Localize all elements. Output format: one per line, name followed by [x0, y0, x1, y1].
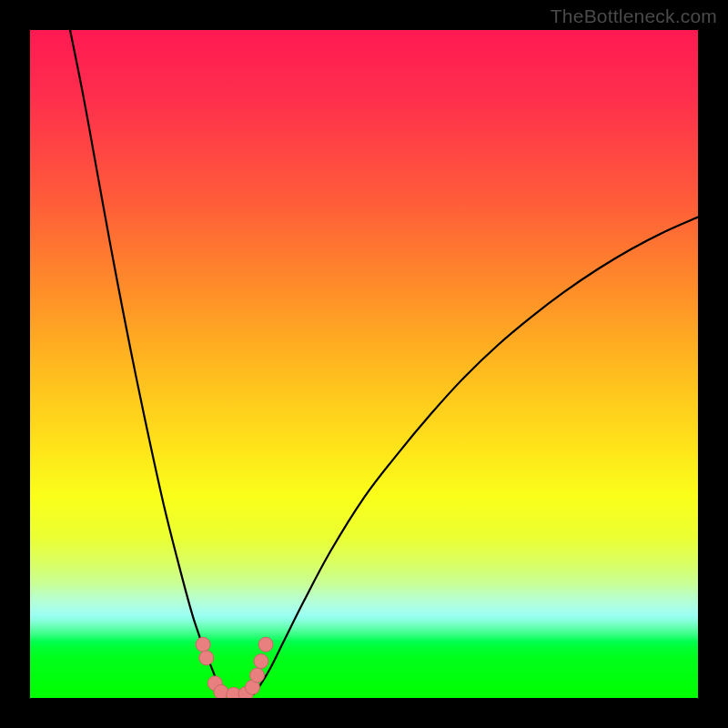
valley-dot	[254, 654, 268, 669]
valley-dot	[199, 651, 214, 665]
bottleneck-curve-right	[254, 217, 698, 694]
watermark-text: TheBottleneck.com	[551, 5, 717, 27]
bottleneck-curve-left	[70, 30, 224, 694]
valley-dot	[250, 668, 265, 682]
valley-dot	[258, 637, 273, 652]
plot-area	[30, 30, 698, 698]
valley-dot	[196, 637, 210, 652]
valley-dots	[196, 637, 273, 698]
curve-layer	[30, 30, 698, 698]
chart-frame: TheBottleneck.com	[0, 0, 728, 728]
